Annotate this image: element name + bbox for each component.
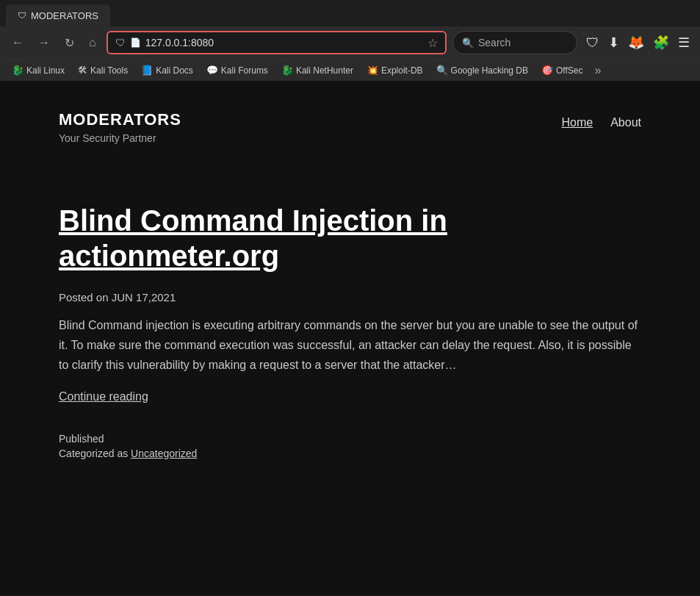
nav-about-link[interactable]: About (610, 116, 641, 129)
bookmark-kali-linux[interactable]: 🐉 Kali Linux (6, 62, 71, 78)
address-bar[interactable]: 🛡 📄 127.0.0.1:8080 ☆ (107, 31, 447, 54)
search-icon: 🔍 (462, 37, 474, 49)
tab-favicon: 🛡 (18, 10, 26, 21)
download-button[interactable]: ⬇ (605, 32, 622, 54)
bookmark-kali-linux-label: Kali Linux (26, 65, 65, 76)
site-nav: Home About (562, 116, 642, 129)
kali-nethunter-icon: 🐉 (281, 65, 293, 76)
exploit-db-icon: 💥 (367, 65, 378, 76)
offsec-icon: 🎯 (541, 65, 553, 76)
nav-icons: 🛡 ⬇ 🦊 🧩 ☰ (583, 32, 693, 54)
site-tagline: Your Security Partner (59, 132, 181, 144)
published-label: Published (59, 433, 641, 445)
site-header: MODERATORS Your Security Partner Home Ab… (0, 81, 700, 159)
site-branding: MODERATORS Your Security Partner (59, 110, 181, 144)
bookmark-kali-nethunter[interactable]: 🐉 Kali NetHunter (275, 62, 359, 78)
back-button[interactable]: ← (7, 33, 28, 52)
continue-reading-link[interactable]: Continue reading (59, 390, 148, 403)
pocket-button[interactable]: 🛡 (583, 32, 602, 54)
categorized-label: Categorized as (59, 448, 131, 459)
nav-bar: ← → ↻ ⌂ 🛡 📄 127.0.0.1:8080 ☆ 🔍 Search 🛡 … (0, 26, 700, 59)
bookmark-kali-nethunter-label: Kali NetHunter (296, 65, 353, 76)
forward-button[interactable]: → (34, 33, 54, 52)
search-bar[interactable]: 🔍 Search (452, 31, 577, 54)
search-placeholder-text: Search (478, 37, 510, 49)
home-button[interactable]: ⌂ (84, 33, 101, 52)
more-bookmarks-button[interactable]: » (590, 62, 605, 79)
firefox-account-button[interactable]: 🦊 (625, 32, 647, 54)
bookmark-offsec-label: OffSec (556, 65, 582, 76)
extensions-button[interactable]: 🧩 (650, 32, 672, 54)
google-hacking-db-icon: 🔍 (436, 65, 448, 76)
bookmark-google-hacking-db[interactable]: 🔍 Google Hacking DB (430, 62, 534, 78)
bookmark-exploit-db-label: Exploit-DB (381, 65, 423, 76)
page-content: MODERATORS Your Security Partner Home Ab… (0, 81, 700, 595)
bookmark-kali-forums-label: Kali Forums (221, 65, 268, 76)
article-posted-on: Posted on JUN 17,2021 (59, 291, 176, 304)
bookmarks-bar: 🐉 Kali Linux 🛠 Kali Tools 📘 Kali Docs 💬 … (0, 59, 700, 81)
bookmark-kali-docs[interactable]: 📘 Kali Docs (135, 62, 199, 78)
kali-docs-icon: 📘 (141, 65, 153, 76)
bookmark-exploit-db[interactable]: 💥 Exploit-DB (361, 62, 429, 78)
bookmark-kali-forums[interactable]: 💬 Kali Forums (201, 62, 274, 78)
nav-home-link[interactable]: Home (562, 116, 593, 129)
address-text: 127.0.0.1:8080 (145, 37, 423, 49)
site-title[interactable]: MODERATORS (59, 110, 181, 129)
kali-tools-icon: 🛠 (78, 65, 87, 76)
tab-title: MODERATORS (31, 10, 98, 21)
categorized-as: Categorized as Uncategorized (59, 448, 641, 459)
shield-icon: 🛡 (115, 37, 126, 49)
article-excerpt: Blind Command injection is executing arb… (59, 315, 641, 376)
reload-button[interactable]: ↻ (60, 33, 79, 53)
bookmark-offsec[interactable]: 🎯 OffSec (535, 62, 588, 78)
article-footer: Published Categorized as Uncategorized (59, 433, 641, 459)
kali-forums-icon: 💬 (206, 65, 218, 76)
category-link[interactable]: Uncategorized (131, 448, 197, 459)
bookmark-kali-tools-label: Kali Tools (90, 65, 128, 76)
page-icon: 📄 (130, 37, 141, 48)
article-meta: Posted on JUN 17,2021 (59, 291, 641, 304)
bookmark-kali-docs-label: Kali Docs (156, 65, 193, 76)
article-title[interactable]: Blind Command Injection in actionmeter.o… (59, 203, 641, 273)
bookmark-google-hacking-db-label: Google Hacking DB (451, 65, 528, 76)
active-tab[interactable]: 🛡 MODERATORS (6, 4, 110, 26)
tab-bar: 🛡 MODERATORS (0, 0, 700, 26)
bookmark-star-button[interactable]: ☆ (427, 36, 438, 50)
kali-linux-icon: 🐉 (12, 65, 24, 76)
article: Blind Command Injection in actionmeter.o… (59, 203, 641, 459)
browser-chrome: 🛡 MODERATORS ← → ↻ ⌂ 🛡 📄 127.0.0.1:8080 … (0, 0, 700, 81)
menu-button[interactable]: ☰ (675, 32, 693, 54)
main-content: Blind Command Injection in actionmeter.o… (0, 159, 700, 492)
bookmark-kali-tools[interactable]: 🛠 Kali Tools (72, 62, 134, 78)
